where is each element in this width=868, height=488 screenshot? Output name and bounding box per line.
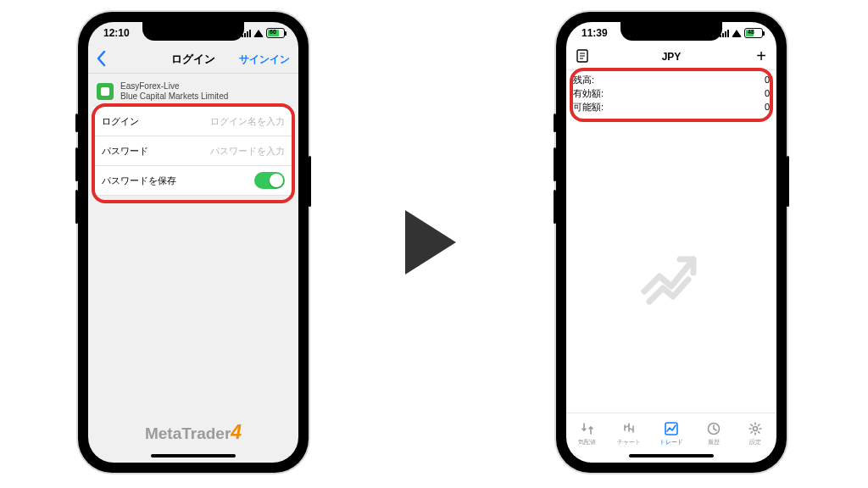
equity-row: 有効額:0: [573, 86, 770, 100]
add-button[interactable]: +: [756, 47, 766, 64]
login-label: ログイン: [102, 115, 139, 128]
home-indicator: [629, 454, 714, 458]
tab-chart[interactable]: チャート: [609, 413, 651, 454]
balance-row: 残高:0: [573, 73, 770, 86]
battery-icon: 48: [744, 28, 765, 38]
login-row[interactable]: ログイン ログイン名を入力: [93, 106, 293, 136]
quotes-icon: [580, 421, 595, 436]
phone-right: 11:39 48 JPY + 残高:0 有効額:0 可能額:0: [556, 12, 787, 473]
server-icon: [97, 83, 114, 100]
screen-trade: 11:39 48 JPY + 残高:0 有効額:0 可能額:0: [566, 22, 776, 463]
trade-icon: [664, 421, 679, 436]
phone-left: 12:10 60 ログイン サインイン EasyForex-Live Bl: [78, 12, 309, 473]
tab-trade[interactable]: トレード: [650, 413, 693, 454]
server-name: EasyForex-Live: [120, 81, 228, 92]
login-placeholder: ログイン名を入力: [210, 115, 285, 128]
save-password-toggle[interactable]: [254, 172, 285, 189]
status-time: 11:39: [581, 27, 608, 39]
watermark-icon: [637, 242, 705, 313]
wifi-icon: [732, 30, 742, 37]
battery-icon: 60: [266, 28, 287, 38]
password-row[interactable]: パスワード パスワードを入力: [93, 136, 293, 166]
password-label: パスワード: [102, 145, 148, 158]
wifi-icon: [253, 30, 264, 37]
tab-settings[interactable]: 設定: [734, 413, 776, 454]
home-indicator: [151, 454, 236, 458]
nav-bar: JPY +: [566, 44, 776, 70]
balance-block: 残高:0 有効額:0 可能額:0: [573, 73, 770, 114]
signin-button[interactable]: サインイン: [239, 53, 290, 67]
tab-quotes[interactable]: 気配値: [566, 413, 609, 454]
history-icon: [706, 421, 721, 436]
screen-login: 12:10 60 ログイン サインイン EasyForex-Live Bl: [88, 22, 298, 463]
brand-logo: MetaTrader4: [88, 421, 298, 444]
svg-point-6: [754, 427, 758, 431]
nav-bar: ログイン サインイン: [88, 44, 298, 74]
tab-bar: 気配値 チャート トレード 履歴 設定: [566, 413, 776, 454]
settings-icon: [748, 421, 763, 436]
free-margin-row: 可能額:0: [573, 100, 770, 114]
tab-history[interactable]: 履歴: [693, 413, 735, 454]
server-company: Blue Capital Markets Limited: [120, 92, 228, 102]
password-placeholder: パスワードを入力: [210, 145, 285, 158]
status-time: 12:10: [103, 27, 130, 39]
server-row[interactable]: EasyForex-Live Blue Capital Markets Limi…: [88, 78, 298, 105]
save-password-row: パスワードを保存: [93, 165, 293, 196]
arrow-icon: [405, 210, 456, 274]
chart-icon: [621, 421, 637, 436]
nav-title: JPY: [566, 51, 776, 63]
save-password-label: パスワードを保存: [102, 175, 176, 187]
